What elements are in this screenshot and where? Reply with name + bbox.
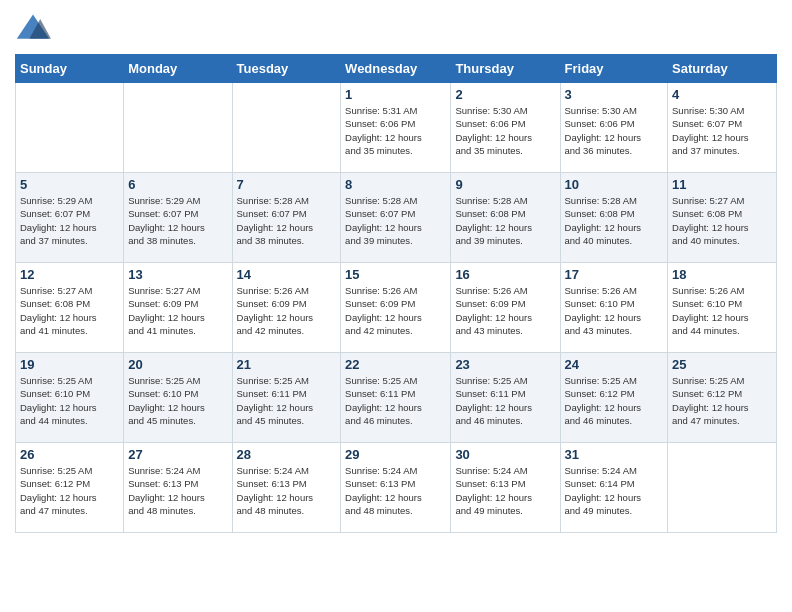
calendar-table: SundayMondayTuesdayWednesdayThursdayFrid…: [15, 54, 777, 533]
day-info: Sunrise: 5:25 AM Sunset: 6:12 PM Dayligh…: [20, 464, 119, 517]
day-cell: 25Sunrise: 5:25 AM Sunset: 6:12 PM Dayli…: [668, 353, 777, 443]
day-header-thursday: Thursday: [451, 55, 560, 83]
day-info: Sunrise: 5:25 AM Sunset: 6:11 PM Dayligh…: [345, 374, 446, 427]
day-cell: 8Sunrise: 5:28 AM Sunset: 6:07 PM Daylig…: [341, 173, 451, 263]
day-info: Sunrise: 5:24 AM Sunset: 6:14 PM Dayligh…: [565, 464, 664, 517]
logo: [15, 10, 55, 46]
day-number: 3: [565, 87, 664, 102]
day-info: Sunrise: 5:26 AM Sunset: 6:10 PM Dayligh…: [672, 284, 772, 337]
day-info: Sunrise: 5:25 AM Sunset: 6:10 PM Dayligh…: [20, 374, 119, 427]
day-info: Sunrise: 5:25 AM Sunset: 6:12 PM Dayligh…: [565, 374, 664, 427]
day-cell: 11Sunrise: 5:27 AM Sunset: 6:08 PM Dayli…: [668, 173, 777, 263]
day-cell: 7Sunrise: 5:28 AM Sunset: 6:07 PM Daylig…: [232, 173, 341, 263]
day-cell: 6Sunrise: 5:29 AM Sunset: 6:07 PM Daylig…: [124, 173, 232, 263]
week-row-4: 19Sunrise: 5:25 AM Sunset: 6:10 PM Dayli…: [16, 353, 777, 443]
day-info: Sunrise: 5:24 AM Sunset: 6:13 PM Dayligh…: [455, 464, 555, 517]
day-info: Sunrise: 5:26 AM Sunset: 6:09 PM Dayligh…: [237, 284, 337, 337]
day-info: Sunrise: 5:24 AM Sunset: 6:13 PM Dayligh…: [345, 464, 446, 517]
day-cell: 12Sunrise: 5:27 AM Sunset: 6:08 PM Dayli…: [16, 263, 124, 353]
day-info: Sunrise: 5:29 AM Sunset: 6:07 PM Dayligh…: [128, 194, 227, 247]
day-cell: 13Sunrise: 5:27 AM Sunset: 6:09 PM Dayli…: [124, 263, 232, 353]
day-number: 1: [345, 87, 446, 102]
day-cell: 9Sunrise: 5:28 AM Sunset: 6:08 PM Daylig…: [451, 173, 560, 263]
day-info: Sunrise: 5:31 AM Sunset: 6:06 PM Dayligh…: [345, 104, 446, 157]
day-info: Sunrise: 5:27 AM Sunset: 6:08 PM Dayligh…: [20, 284, 119, 337]
day-cell: 23Sunrise: 5:25 AM Sunset: 6:11 PM Dayli…: [451, 353, 560, 443]
day-number: 12: [20, 267, 119, 282]
day-number: 10: [565, 177, 664, 192]
day-header-monday: Monday: [124, 55, 232, 83]
day-number: 9: [455, 177, 555, 192]
day-number: 24: [565, 357, 664, 372]
day-number: 8: [345, 177, 446, 192]
day-number: 27: [128, 447, 227, 462]
day-cell: 22Sunrise: 5:25 AM Sunset: 6:11 PM Dayli…: [341, 353, 451, 443]
day-info: Sunrise: 5:26 AM Sunset: 6:09 PM Dayligh…: [345, 284, 446, 337]
day-info: Sunrise: 5:28 AM Sunset: 6:07 PM Dayligh…: [237, 194, 337, 247]
day-number: 5: [20, 177, 119, 192]
day-number: 23: [455, 357, 555, 372]
day-info: Sunrise: 5:29 AM Sunset: 6:07 PM Dayligh…: [20, 194, 119, 247]
day-info: Sunrise: 5:27 AM Sunset: 6:08 PM Dayligh…: [672, 194, 772, 247]
day-cell: 3Sunrise: 5:30 AM Sunset: 6:06 PM Daylig…: [560, 83, 668, 173]
day-cell: 4Sunrise: 5:30 AM Sunset: 6:07 PM Daylig…: [668, 83, 777, 173]
week-row-3: 12Sunrise: 5:27 AM Sunset: 6:08 PM Dayli…: [16, 263, 777, 353]
day-info: Sunrise: 5:30 AM Sunset: 6:07 PM Dayligh…: [672, 104, 772, 157]
day-number: 4: [672, 87, 772, 102]
day-cell: 26Sunrise: 5:25 AM Sunset: 6:12 PM Dayli…: [16, 443, 124, 533]
day-info: Sunrise: 5:24 AM Sunset: 6:13 PM Dayligh…: [237, 464, 337, 517]
day-header-saturday: Saturday: [668, 55, 777, 83]
day-cell: 19Sunrise: 5:25 AM Sunset: 6:10 PM Dayli…: [16, 353, 124, 443]
day-cell: 20Sunrise: 5:25 AM Sunset: 6:10 PM Dayli…: [124, 353, 232, 443]
day-header-sunday: Sunday: [16, 55, 124, 83]
day-number: 14: [237, 267, 337, 282]
week-row-2: 5Sunrise: 5:29 AM Sunset: 6:07 PM Daylig…: [16, 173, 777, 263]
day-cell: 16Sunrise: 5:26 AM Sunset: 6:09 PM Dayli…: [451, 263, 560, 353]
day-number: 11: [672, 177, 772, 192]
day-cell: 18Sunrise: 5:26 AM Sunset: 6:10 PM Dayli…: [668, 263, 777, 353]
day-header-tuesday: Tuesday: [232, 55, 341, 83]
day-cell: 5Sunrise: 5:29 AM Sunset: 6:07 PM Daylig…: [16, 173, 124, 263]
day-cell: 29Sunrise: 5:24 AM Sunset: 6:13 PM Dayli…: [341, 443, 451, 533]
day-info: Sunrise: 5:24 AM Sunset: 6:13 PM Dayligh…: [128, 464, 227, 517]
day-number: 28: [237, 447, 337, 462]
day-info: Sunrise: 5:28 AM Sunset: 6:07 PM Dayligh…: [345, 194, 446, 247]
week-row-5: 26Sunrise: 5:25 AM Sunset: 6:12 PM Dayli…: [16, 443, 777, 533]
day-number: 21: [237, 357, 337, 372]
day-number: 13: [128, 267, 227, 282]
day-cell: [124, 83, 232, 173]
day-info: Sunrise: 5:28 AM Sunset: 6:08 PM Dayligh…: [565, 194, 664, 247]
day-number: 7: [237, 177, 337, 192]
day-cell: [232, 83, 341, 173]
day-cell: 24Sunrise: 5:25 AM Sunset: 6:12 PM Dayli…: [560, 353, 668, 443]
day-info: Sunrise: 5:25 AM Sunset: 6:11 PM Dayligh…: [237, 374, 337, 427]
day-cell: 14Sunrise: 5:26 AM Sunset: 6:09 PM Dayli…: [232, 263, 341, 353]
day-info: Sunrise: 5:26 AM Sunset: 6:10 PM Dayligh…: [565, 284, 664, 337]
day-info: Sunrise: 5:30 AM Sunset: 6:06 PM Dayligh…: [455, 104, 555, 157]
day-info: Sunrise: 5:25 AM Sunset: 6:10 PM Dayligh…: [128, 374, 227, 427]
day-number: 20: [128, 357, 227, 372]
day-number: 25: [672, 357, 772, 372]
day-number: 26: [20, 447, 119, 462]
day-header-row: SundayMondayTuesdayWednesdayThursdayFrid…: [16, 55, 777, 83]
day-number: 19: [20, 357, 119, 372]
day-cell: 17Sunrise: 5:26 AM Sunset: 6:10 PM Dayli…: [560, 263, 668, 353]
logo-icon: [15, 10, 51, 46]
day-header-wednesday: Wednesday: [341, 55, 451, 83]
day-info: Sunrise: 5:27 AM Sunset: 6:09 PM Dayligh…: [128, 284, 227, 337]
day-cell: 21Sunrise: 5:25 AM Sunset: 6:11 PM Dayli…: [232, 353, 341, 443]
day-info: Sunrise: 5:25 AM Sunset: 6:12 PM Dayligh…: [672, 374, 772, 427]
day-number: 6: [128, 177, 227, 192]
day-cell: 10Sunrise: 5:28 AM Sunset: 6:08 PM Dayli…: [560, 173, 668, 263]
day-cell: 27Sunrise: 5:24 AM Sunset: 6:13 PM Dayli…: [124, 443, 232, 533]
day-info: Sunrise: 5:25 AM Sunset: 6:11 PM Dayligh…: [455, 374, 555, 427]
day-number: 2: [455, 87, 555, 102]
day-info: Sunrise: 5:26 AM Sunset: 6:09 PM Dayligh…: [455, 284, 555, 337]
day-number: 30: [455, 447, 555, 462]
day-number: 29: [345, 447, 446, 462]
day-info: Sunrise: 5:28 AM Sunset: 6:08 PM Dayligh…: [455, 194, 555, 247]
page-header: [15, 10, 777, 46]
day-info: Sunrise: 5:30 AM Sunset: 6:06 PM Dayligh…: [565, 104, 664, 157]
day-header-friday: Friday: [560, 55, 668, 83]
day-cell: 2Sunrise: 5:30 AM Sunset: 6:06 PM Daylig…: [451, 83, 560, 173]
